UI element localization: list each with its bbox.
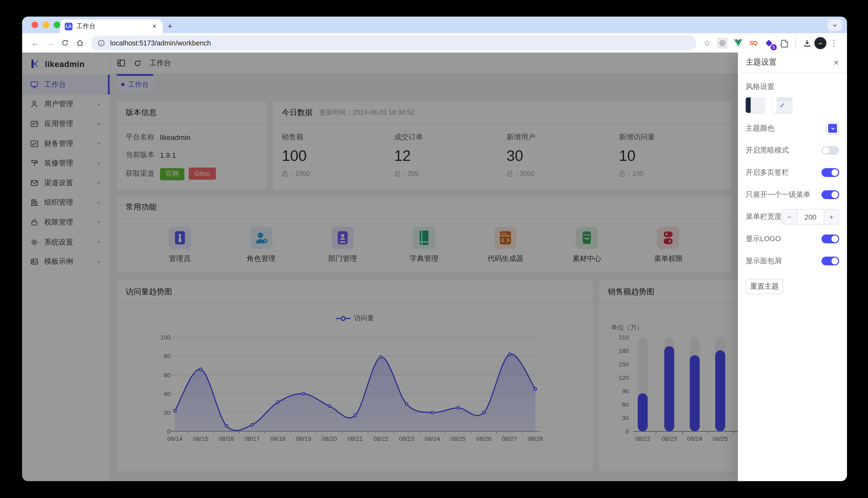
sq-extension-icon[interactable]: SQ: [747, 36, 760, 50]
toolbar-divider: [795, 38, 796, 47]
toggle-显示LOGO[interactable]: [821, 235, 839, 243]
toggle-label: 开启黑暗模式: [745, 145, 789, 156]
home-icon[interactable]: [73, 36, 88, 50]
url-text[interactable]: localhost:5173/admin/workbench: [110, 39, 211, 47]
zoom-window-button[interactable]: [54, 22, 60, 28]
toggle-开启多页签栏[interactable]: [821, 168, 839, 177]
downloads-icon[interactable]: [800, 36, 814, 50]
browser-tabstrip: LA 工作台 ✕ +: [22, 17, 847, 33]
reload-icon[interactable]: [58, 36, 73, 50]
toggle-label: 只展开一个一级菜单: [745, 190, 810, 200]
toggle-显示面包屑[interactable]: [821, 257, 839, 265]
site-info-icon: [98, 39, 105, 47]
new-tab-button[interactable]: +: [163, 19, 177, 33]
menu-width-stepper: − 200 +: [782, 209, 839, 225]
back-icon[interactable]: ←: [28, 36, 43, 50]
profile-avatar[interactable]: [814, 37, 827, 49]
menu-width-label: 菜单栏宽度: [745, 212, 781, 222]
toggle-只展开一个一级菜单[interactable]: [821, 190, 839, 199]
theme-settings-drawer: 主题设置 ✕ 风格设置 ✓ 主题颜色 开启黑暗模式 开启多页签栏 只展: [738, 52, 847, 481]
tab-list-chevron-icon[interactable]: [828, 19, 842, 31]
minimize-window-button[interactable]: [43, 22, 49, 28]
theme-color-label: 主题颜色: [745, 123, 775, 133]
browser-toolbar: ← → localhost:5173/admin/workbench ☆ SQ …: [22, 33, 847, 53]
drawer-row: 显示LOGO: [745, 228, 839, 250]
modal-overlay[interactable]: [22, 52, 847, 481]
browser-window: LA 工作台 ✕ + ← → localhost:5173/admin/work…: [22, 17, 847, 481]
reset-theme-button[interactable]: 重置主题: [745, 279, 783, 294]
extensions-puzzle-icon[interactable]: [778, 36, 791, 50]
bookmark-star-icon[interactable]: ☆: [700, 36, 715, 50]
browser-menu-kebab-icon[interactable]: ⋮: [827, 36, 842, 50]
style-option-dark-sidebar[interactable]: [745, 97, 765, 113]
forward-icon[interactable]: →: [43, 36, 58, 50]
style-settings-label: 风格设置: [745, 82, 839, 92]
tab-favicon: LA: [65, 23, 73, 30]
url-bar[interactable]: localhost:5173/admin/workbench: [91, 36, 696, 50]
theme-color-picker[interactable]: [826, 122, 839, 135]
stepper-decrease-button[interactable]: −: [782, 210, 796, 224]
drawer-row: 只展开一个一级菜单: [745, 183, 839, 206]
style-option-light[interactable]: ✓: [773, 97, 792, 113]
drawer-row: 显示面包屑: [745, 250, 839, 272]
stepper-value[interactable]: 200: [797, 210, 825, 224]
vue-devtools-extension-icon[interactable]: [731, 36, 744, 50]
drawer-title: 主题设置: [745, 57, 777, 68]
toggle-开启黑暗模式[interactable]: [821, 146, 839, 155]
browser-tab[interactable]: LA 工作台 ✕: [60, 19, 163, 33]
close-window-button[interactable]: [31, 22, 38, 28]
extension-badge: 5: [770, 43, 777, 51]
stepper-increase-button[interactable]: +: [824, 210, 839, 224]
drawer-close-icon[interactable]: ✕: [833, 58, 839, 67]
desktop: LA 工作台 ✕ + ← → localhost:5173/admin/work…: [0, 0, 868, 498]
drawer-row: 开启黑暗模式: [745, 139, 839, 161]
drawer-row: 开启多页签栏: [745, 161, 839, 184]
purple-extension-icon[interactable]: 5: [762, 36, 776, 50]
toggle-label: 开启多页签栏: [745, 168, 789, 178]
tab-close-icon[interactable]: ✕: [151, 23, 158, 29]
tab-title: 工作台: [76, 22, 151, 30]
style-selected-check-icon: ✓: [773, 97, 792, 113]
toggle-label: 显示LOGO: [745, 234, 781, 244]
toggle-label: 显示面包屑: [745, 256, 781, 266]
admin-page: likeadmin 工作台 用户管理 应用管理 财务管理 装修管理 渠道设置 组…: [22, 52, 847, 481]
traffic-lights: [31, 22, 61, 28]
react-devtools-extension-icon[interactable]: [716, 36, 729, 50]
